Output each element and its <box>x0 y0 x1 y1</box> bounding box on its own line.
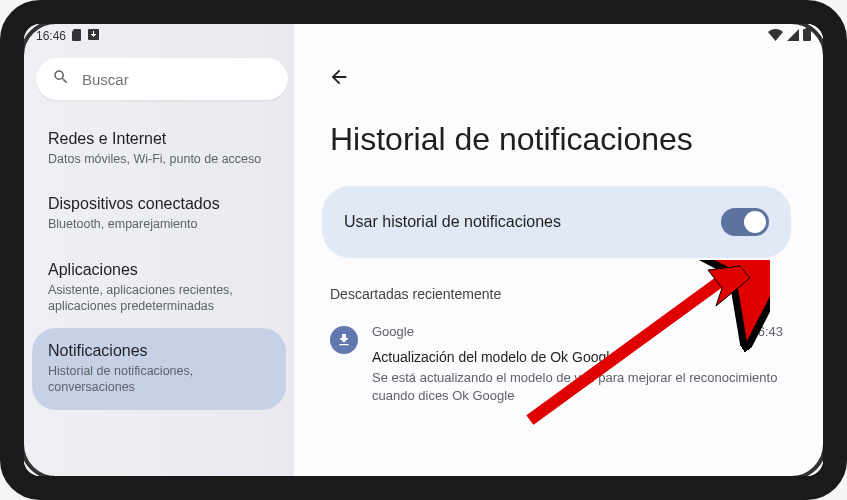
history-toggle-switch[interactable] <box>721 208 769 236</box>
sidebar-item-sub: Historial de notificaciones, conversacio… <box>48 363 270 396</box>
sidebar-item-label: Aplicaciones <box>48 261 270 279</box>
page-title: Historial de notificaciones <box>330 121 791 158</box>
sd-card-icon <box>72 29 82 44</box>
sidebar-item-devices[interactable]: Dispositivos conectados Bluetooth, empar… <box>32 181 286 246</box>
svg-rect-1 <box>803 29 811 41</box>
search-bar[interactable] <box>36 58 288 100</box>
sidebar-item-sub: Datos móviles, Wi-Fi, punto de acceso <box>48 151 270 167</box>
notification-app: Google <box>372 324 414 339</box>
notification-title: Actualización del modelo de Ok Google <box>372 349 783 365</box>
toggle-label: Usar historial de notificaciones <box>344 213 561 231</box>
update-icon <box>88 29 99 43</box>
battery-icon <box>803 28 811 44</box>
notification-time: 16:43 <box>750 324 783 339</box>
status-bar: 16:46 <box>24 24 823 48</box>
sidebar-item-label: Redes e Internet <box>48 130 270 148</box>
search-icon <box>52 68 70 90</box>
section-header: Descartadas recientemente <box>330 286 791 302</box>
sidebar-item-sub: Asistente, aplicaciones recientes, aplic… <box>48 282 270 315</box>
content-pane: Historial de notificaciones Usar histori… <box>294 24 823 476</box>
sidebar-item-label: Notificaciones <box>48 342 270 360</box>
sidebar-item-label: Dispositivos conectados <box>48 195 270 213</box>
notification-item[interactable]: Google 16:43 Actualización del modelo de… <box>322 316 791 413</box>
settings-sidebar: Redes e Internet Datos móviles, Wi-Fi, p… <box>24 24 294 476</box>
back-button[interactable] <box>322 60 356 97</box>
download-icon <box>330 326 358 354</box>
signal-icon <box>787 29 799 44</box>
sidebar-item-apps[interactable]: Aplicaciones Asistente, aplicaciones rec… <box>32 247 286 329</box>
sidebar-item-sub: Bluetooth, emparejamiento <box>48 216 270 232</box>
switch-knob <box>744 211 766 233</box>
search-input[interactable] <box>82 71 272 88</box>
sidebar-item-notifications[interactable]: Notificaciones Historial de notificacion… <box>32 328 286 410</box>
wifi-icon <box>768 29 783 44</box>
sidebar-item-network[interactable]: Redes e Internet Datos móviles, Wi-Fi, p… <box>32 116 286 181</box>
status-time: 16:46 <box>36 29 66 43</box>
arrow-back-icon <box>328 66 350 88</box>
toggle-card[interactable]: Usar historial de notificaciones <box>322 186 791 258</box>
notification-desc: Se está actualizando el modelo de voz pa… <box>372 369 783 405</box>
svg-rect-2 <box>806 28 809 30</box>
